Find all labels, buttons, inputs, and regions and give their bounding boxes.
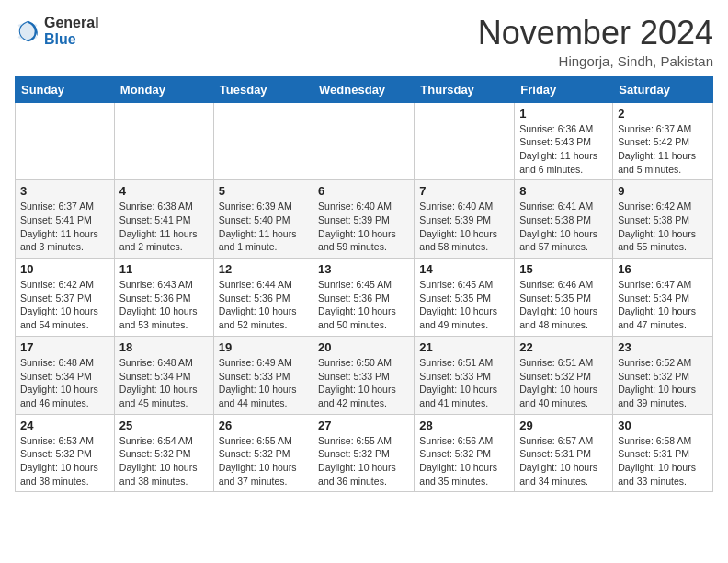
day-number: 15	[519, 262, 608, 276]
day-number: 6	[318, 184, 409, 198]
day-number: 21	[419, 340, 509, 354]
day-info: Sunrise: 6:37 AM Sunset: 5:41 PM Dayligh…	[20, 200, 109, 254]
day-cell: 1Sunrise: 6:36 AM Sunset: 5:43 PM Daylig…	[515, 102, 613, 180]
day-info: Sunrise: 6:38 AM Sunset: 5:41 PM Dayligh…	[119, 200, 209, 254]
day-info: Sunrise: 6:47 AM Sunset: 5:34 PM Dayligh…	[618, 278, 708, 332]
location-subtitle: Hingorja, Sindh, Pakistan	[478, 53, 713, 69]
day-info: Sunrise: 6:39 AM Sunset: 5:40 PM Dayligh…	[219, 200, 308, 254]
day-cell: 13Sunrise: 6:45 AM Sunset: 5:36 PM Dayli…	[313, 259, 415, 337]
header-row: SundayMondayTuesdayWednesdayThursdayFrid…	[16, 76, 713, 102]
day-number: 1	[519, 107, 608, 121]
day-number: 9	[618, 184, 708, 198]
day-info: Sunrise: 6:49 AM Sunset: 5:33 PM Dayligh…	[219, 356, 308, 410]
day-number: 7	[419, 184, 509, 198]
logo-general: General	[44, 15, 99, 31]
day-number: 30	[618, 419, 708, 432]
logo: General Blue	[15, 15, 99, 47]
title-block: November 2024 Hingorja, Sindh, Pakistan	[478, 15, 713, 69]
day-info: Sunrise: 6:45 AM Sunset: 5:35 PM Dayligh…	[419, 278, 509, 332]
day-info: Sunrise: 6:51 AM Sunset: 5:33 PM Dayligh…	[419, 356, 509, 410]
day-number: 10	[20, 262, 109, 276]
page-header: General Blue November 2024 Hingorja, Sin…	[15, 15, 713, 69]
day-number: 18	[119, 340, 209, 354]
day-cell: 6Sunrise: 6:40 AM Sunset: 5:39 PM Daylig…	[313, 180, 415, 259]
day-cell: 17Sunrise: 6:48 AM Sunset: 5:34 PM Dayli…	[16, 336, 115, 414]
day-cell: 5Sunrise: 6:39 AM Sunset: 5:40 PM Daylig…	[213, 180, 313, 259]
day-number: 11	[119, 262, 209, 276]
day-number: 8	[519, 184, 608, 198]
day-cell	[114, 102, 213, 180]
day-info: Sunrise: 6:45 AM Sunset: 5:36 PM Dayligh…	[318, 278, 409, 332]
day-cell: 10Sunrise: 6:42 AM Sunset: 5:37 PM Dayli…	[16, 259, 115, 337]
logo-blue: Blue	[44, 31, 99, 48]
day-info: Sunrise: 6:55 AM Sunset: 5:32 PM Dayligh…	[219, 434, 308, 488]
day-number: 24	[20, 419, 109, 432]
day-number: 12	[219, 262, 308, 276]
day-cell: 20Sunrise: 6:50 AM Sunset: 5:33 PM Dayli…	[313, 336, 415, 414]
day-cell: 28Sunrise: 6:56 AM Sunset: 5:32 PM Dayli…	[415, 414, 515, 492]
day-cell: 27Sunrise: 6:55 AM Sunset: 5:32 PM Dayli…	[313, 414, 415, 492]
week-row-1: 1Sunrise: 6:36 AM Sunset: 5:43 PM Daylig…	[16, 102, 713, 180]
day-info: Sunrise: 6:48 AM Sunset: 5:34 PM Dayligh…	[20, 356, 109, 410]
day-info: Sunrise: 6:40 AM Sunset: 5:39 PM Dayligh…	[419, 200, 509, 254]
month-title: November 2024	[478, 15, 713, 52]
day-cell: 30Sunrise: 6:58 AM Sunset: 5:31 PM Dayli…	[613, 414, 713, 492]
day-cell	[313, 102, 415, 180]
day-number: 4	[119, 184, 209, 198]
week-row-4: 17Sunrise: 6:48 AM Sunset: 5:34 PM Dayli…	[16, 336, 713, 414]
day-info: Sunrise: 6:56 AM Sunset: 5:32 PM Dayligh…	[419, 434, 509, 488]
day-info: Sunrise: 6:53 AM Sunset: 5:32 PM Dayligh…	[20, 434, 109, 488]
day-info: Sunrise: 6:36 AM Sunset: 5:43 PM Dayligh…	[519, 122, 608, 177]
day-cell: 4Sunrise: 6:38 AM Sunset: 5:41 PM Daylig…	[114, 180, 213, 259]
day-cell: 3Sunrise: 6:37 AM Sunset: 5:41 PM Daylig…	[16, 180, 115, 259]
day-cell: 23Sunrise: 6:52 AM Sunset: 5:32 PM Dayli…	[613, 336, 713, 414]
day-number: 23	[618, 340, 708, 354]
day-info: Sunrise: 6:42 AM Sunset: 5:38 PM Dayligh…	[618, 200, 708, 254]
day-cell: 22Sunrise: 6:51 AM Sunset: 5:32 PM Dayli…	[515, 336, 613, 414]
week-row-2: 3Sunrise: 6:37 AM Sunset: 5:41 PM Daylig…	[16, 180, 713, 259]
calendar-table: SundayMondayTuesdayWednesdayThursdayFrid…	[15, 76, 713, 493]
header-cell-wednesday: Wednesday	[313, 76, 415, 102]
day-cell: 29Sunrise: 6:57 AM Sunset: 5:31 PM Dayli…	[515, 414, 613, 492]
day-cell: 7Sunrise: 6:40 AM Sunset: 5:39 PM Daylig…	[415, 180, 515, 259]
header-cell-monday: Monday	[114, 76, 213, 102]
day-info: Sunrise: 6:58 AM Sunset: 5:31 PM Dayligh…	[618, 434, 708, 488]
week-row-5: 24Sunrise: 6:53 AM Sunset: 5:32 PM Dayli…	[16, 414, 713, 492]
day-number: 29	[519, 419, 608, 432]
day-number: 5	[219, 184, 308, 198]
day-info: Sunrise: 6:51 AM Sunset: 5:32 PM Dayligh…	[519, 356, 608, 410]
day-cell: 11Sunrise: 6:43 AM Sunset: 5:36 PM Dayli…	[114, 259, 213, 337]
day-cell	[16, 102, 115, 180]
day-number: 20	[318, 340, 409, 354]
header-cell-saturday: Saturday	[613, 76, 713, 102]
day-info: Sunrise: 6:37 AM Sunset: 5:42 PM Dayligh…	[618, 122, 708, 177]
day-info: Sunrise: 6:54 AM Sunset: 5:32 PM Dayligh…	[119, 434, 209, 488]
logo-icon	[15, 18, 40, 44]
day-cell: 2Sunrise: 6:37 AM Sunset: 5:42 PM Daylig…	[613, 102, 713, 180]
day-cell: 8Sunrise: 6:41 AM Sunset: 5:38 PM Daylig…	[515, 180, 613, 259]
day-cell: 12Sunrise: 6:44 AM Sunset: 5:36 PM Dayli…	[213, 259, 313, 337]
header-cell-friday: Friday	[515, 76, 613, 102]
day-number: 17	[20, 340, 109, 354]
day-info: Sunrise: 6:57 AM Sunset: 5:31 PM Dayligh…	[519, 434, 608, 488]
day-info: Sunrise: 6:48 AM Sunset: 5:34 PM Dayligh…	[119, 356, 209, 410]
day-cell	[213, 102, 313, 180]
day-info: Sunrise: 6:46 AM Sunset: 5:35 PM Dayligh…	[519, 278, 608, 332]
day-info: Sunrise: 6:42 AM Sunset: 5:37 PM Dayligh…	[20, 278, 109, 332]
day-cell	[415, 102, 515, 180]
header-cell-tuesday: Tuesday	[213, 76, 313, 102]
day-cell: 24Sunrise: 6:53 AM Sunset: 5:32 PM Dayli…	[16, 414, 115, 492]
day-info: Sunrise: 6:50 AM Sunset: 5:33 PM Dayligh…	[318, 356, 409, 410]
header-cell-thursday: Thursday	[415, 76, 515, 102]
day-number: 13	[318, 262, 409, 276]
day-number: 26	[219, 419, 308, 432]
day-cell: 25Sunrise: 6:54 AM Sunset: 5:32 PM Dayli…	[114, 414, 213, 492]
day-number: 28	[419, 419, 509, 432]
day-cell: 26Sunrise: 6:55 AM Sunset: 5:32 PM Dayli…	[213, 414, 313, 492]
day-info: Sunrise: 6:52 AM Sunset: 5:32 PM Dayligh…	[618, 356, 708, 410]
day-number: 25	[119, 419, 209, 432]
header-cell-sunday: Sunday	[16, 76, 115, 102]
day-cell: 18Sunrise: 6:48 AM Sunset: 5:34 PM Dayli…	[114, 336, 213, 414]
day-number: 27	[318, 419, 409, 432]
day-cell: 15Sunrise: 6:46 AM Sunset: 5:35 PM Dayli…	[515, 259, 613, 337]
